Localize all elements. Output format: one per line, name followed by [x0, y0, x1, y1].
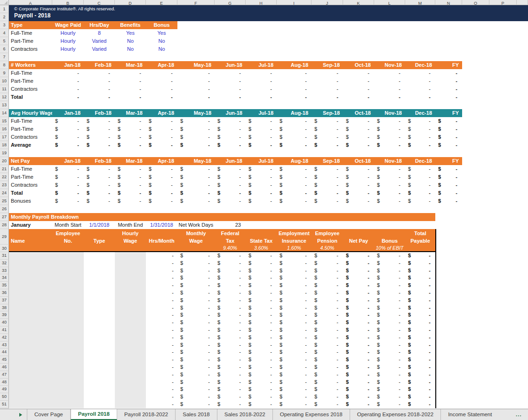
total-payable-cell[interactable]: $-: [405, 379, 435, 386]
value-cell[interactable]: $-: [435, 181, 462, 189]
row-label-bonuses[interactable]: Bonuses: [9, 197, 52, 205]
row-header-24[interactable]: 24: [0, 189, 9, 197]
employee-no-cell[interactable]: [52, 386, 84, 393]
employee-no-cell[interactable]: [52, 379, 84, 386]
value-cell[interactable]: -: [215, 85, 246, 93]
total-payable-cell[interactable]: $-: [405, 401, 435, 408]
name-cell[interactable]: [9, 319, 52, 326]
month-header-aug-18[interactable]: Aug-18: [277, 109, 312, 117]
value-cell[interactable]: -: [84, 69, 115, 77]
value-cell[interactable]: $-: [405, 165, 435, 173]
state-tax-cell[interactable]: $-: [246, 282, 277, 289]
type-cell[interactable]: [84, 364, 115, 371]
bonus-cell[interactable]: $-: [374, 401, 405, 408]
type-cell[interactable]: [84, 260, 115, 267]
federal-tax-cell[interactable]: $-: [215, 297, 246, 304]
hourly-wage-cell[interactable]: [115, 267, 146, 275]
name-cell[interactable]: [9, 252, 52, 260]
hrs-month-cell[interactable]: -: [146, 371, 177, 379]
employee-no-cell[interactable]: [52, 297, 84, 304]
value-cell[interactable]: $-: [115, 133, 146, 141]
value-cell[interactable]: $-: [343, 133, 374, 141]
employment-insurance-cell[interactable]: $-: [277, 304, 312, 312]
employee-pension-cell[interactable]: $-: [312, 326, 343, 334]
net-work-days-value-cell[interactable]: 23: [215, 221, 246, 229]
month-header-feb-18[interactable]: Feb-18: [84, 61, 115, 69]
value-cell[interactable]: $-: [277, 181, 312, 189]
total-payable-cell[interactable]: $-: [405, 260, 435, 267]
value-cell[interactable]: $-: [215, 197, 246, 205]
employee-pension-cell[interactable]: $-: [312, 304, 343, 312]
breakdown-col-hourly-wage[interactable]: HourlyWage: [115, 229, 146, 251]
value-cell[interactable]: $-: [52, 197, 84, 205]
state-tax-cell[interactable]: $-: [246, 326, 277, 334]
federal-tax-cell[interactable]: $-: [215, 252, 246, 260]
sheet-tab-income-statement[interactable]: Income Statement: [441, 409, 516, 420]
tab-nav-arrow-icon[interactable]: [19, 413, 22, 417]
employee-pension-cell[interactable]: $-: [312, 267, 343, 275]
value-cell[interactable]: -: [374, 85, 405, 93]
state-tax-cell[interactable]: $-: [246, 334, 277, 341]
value-cell[interactable]: $-: [343, 189, 374, 197]
value-cell[interactable]: $-: [146, 141, 177, 149]
state-tax-cell[interactable]: $-: [246, 349, 277, 356]
month-header-oct-18[interactable]: Oct-18: [343, 109, 374, 117]
value-cell[interactable]: $-: [405, 133, 435, 141]
row-header-47[interactable]: 47: [0, 371, 9, 379]
value-cell[interactable]: $-: [146, 133, 177, 141]
type-value-cell[interactable]: 8: [84, 29, 115, 37]
total-payable-cell[interactable]: $-: [405, 252, 435, 260]
tab-overflow-indicator[interactable]: ...: [516, 409, 528, 420]
value-cell[interactable]: $-: [277, 173, 312, 181]
employee-pension-cell[interactable]: $-: [312, 364, 343, 371]
name-cell[interactable]: [9, 267, 52, 275]
employee-pension-cell[interactable]: $-: [312, 311, 343, 319]
breakdown-col-state-tax[interactable]: State Tax3.60%: [246, 229, 277, 251]
value-cell[interactable]: -: [277, 69, 312, 77]
month-header-sep-18[interactable]: Sep-18: [312, 157, 343, 165]
month-header-may-18[interactable]: May-18: [177, 109, 215, 117]
hourly-wage-cell[interactable]: [115, 282, 146, 289]
state-tax-cell[interactable]: $-: [246, 311, 277, 319]
value-cell[interactable]: -: [246, 85, 277, 93]
state-tax-cell[interactable]: $-: [246, 379, 277, 386]
employee-pension-cell[interactable]: $-: [312, 393, 343, 401]
employee-no-cell[interactable]: [52, 401, 84, 408]
row-header-16[interactable]: 16: [0, 125, 9, 133]
breakdown-col-net-pay[interactable]: Net Pay: [343, 229, 374, 251]
column-header-l[interactable]: L: [374, 0, 405, 5]
value-cell[interactable]: $-: [177, 181, 215, 189]
bonus-cell[interactable]: $-: [374, 379, 405, 386]
value-cell[interactable]: -: [374, 93, 405, 101]
total-payable-cell[interactable]: $-: [405, 267, 435, 275]
name-cell[interactable]: [9, 349, 52, 356]
hourly-wage-cell[interactable]: [115, 393, 146, 401]
row-header-27[interactable]: 27: [0, 213, 9, 221]
row-label-contractors[interactable]: Contractors: [9, 85, 52, 93]
employee-no-cell[interactable]: [52, 289, 84, 297]
month-header-dec-18[interactable]: Dec-18: [405, 157, 435, 165]
month-header-may-18[interactable]: May-18: [177, 61, 215, 69]
value-cell[interactable]: $-: [405, 117, 435, 125]
value-cell[interactable]: -: [52, 69, 84, 77]
column-header-k[interactable]: K: [343, 0, 374, 5]
value-cell[interactable]: $-: [215, 181, 246, 189]
bonus-cell[interactable]: $-: [374, 319, 405, 326]
month-header-feb-18[interactable]: Feb-18: [84, 109, 115, 117]
row-header-38[interactable]: 38: [0, 304, 9, 312]
name-cell[interactable]: [9, 393, 52, 401]
type-value-cell[interactable]: Hourly: [52, 45, 84, 53]
value-cell[interactable]: $-: [215, 173, 246, 181]
value-cell[interactable]: -: [435, 77, 462, 85]
value-cell[interactable]: -: [435, 69, 462, 77]
employee-pension-cell[interactable]: $-: [312, 282, 343, 289]
value-cell[interactable]: $-: [435, 165, 462, 173]
type-header-hrs-day[interactable]: Hrs/Day: [84, 21, 115, 29]
month-header-fy[interactable]: FY: [435, 109, 462, 117]
value-cell[interactable]: $-: [146, 125, 177, 133]
month-header-apr-18[interactable]: Apr-18: [146, 61, 177, 69]
monthly-wage-cell[interactable]: $-: [177, 297, 215, 304]
value-cell[interactable]: $-: [246, 125, 277, 133]
value-cell[interactable]: $-: [374, 165, 405, 173]
value-cell[interactable]: $-: [374, 117, 405, 125]
